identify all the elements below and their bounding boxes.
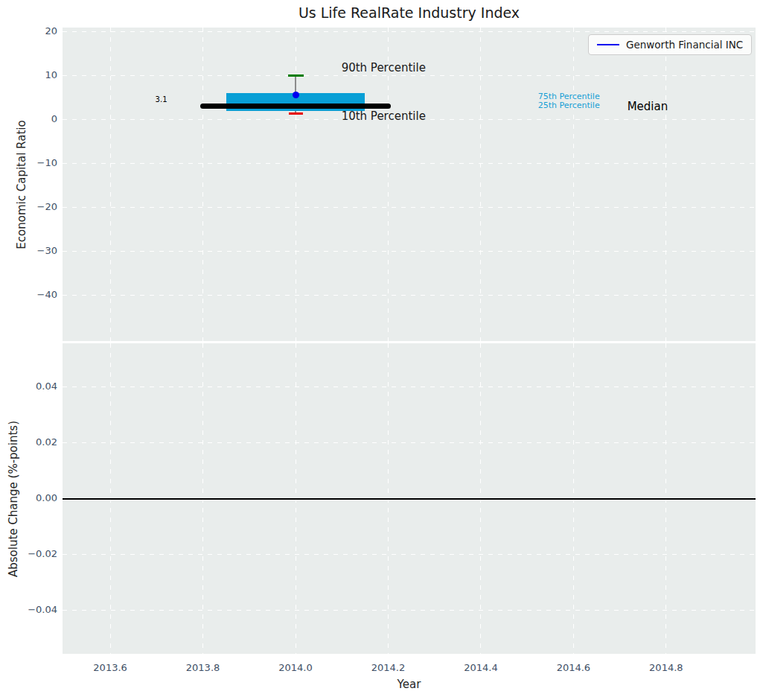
gridline-h bbox=[63, 251, 756, 252]
gridline-v bbox=[388, 28, 389, 341]
legend-line-icon bbox=[597, 44, 619, 45]
y-tick-label: −0.04 bbox=[0, 604, 57, 615]
gridline-v bbox=[202, 28, 203, 341]
x-tick-label: 2014.8 bbox=[636, 662, 696, 673]
bottom-panel bbox=[63, 343, 756, 654]
p90-cap bbox=[288, 74, 304, 77]
median-line bbox=[200, 104, 391, 109]
p10-cap bbox=[289, 112, 303, 115]
company-dot bbox=[293, 92, 299, 98]
gridline-h bbox=[63, 442, 756, 443]
gridline-h bbox=[63, 610, 756, 611]
annotation-90th-percentile: 90th Percentile bbox=[342, 61, 426, 74]
gridline-h bbox=[63, 75, 756, 76]
x-tick-label: 2013.8 bbox=[173, 662, 233, 673]
x-axis-label: Year bbox=[63, 678, 756, 691]
y-tick-label: −40 bbox=[0, 289, 57, 300]
x-tick-label: 2014.6 bbox=[543, 662, 603, 673]
gridline-v bbox=[480, 28, 481, 341]
y-tick-label: 20 bbox=[0, 25, 57, 36]
zero-line bbox=[63, 498, 756, 500]
gridline-h bbox=[63, 386, 756, 387]
x-tick-label: 2014.2 bbox=[358, 662, 418, 673]
y-tick-label: −10 bbox=[0, 157, 57, 168]
y-tick-label: 0 bbox=[0, 113, 57, 124]
chart-title: Us Life RealRate Industry Index bbox=[63, 4, 756, 21]
legend: Genworth Financial INC bbox=[588, 34, 752, 55]
x-tick-label: 2014.4 bbox=[451, 662, 511, 673]
gridline-v bbox=[665, 28, 666, 341]
y-tick-label: 0.02 bbox=[0, 436, 57, 448]
annotation-25th-percentile: 25th Percentile bbox=[538, 100, 600, 109]
top-y-axis-label: Economic Capital Ratio bbox=[15, 73, 30, 296]
gridline-v bbox=[110, 28, 111, 341]
annotation-median: Median bbox=[628, 100, 668, 113]
x-tick-label: 2014.0 bbox=[266, 662, 325, 673]
gridline-h bbox=[63, 31, 756, 32]
gridline-h bbox=[63, 163, 756, 164]
y-tick-label: 10 bbox=[0, 69, 57, 80]
y-tick-label: −30 bbox=[0, 245, 57, 256]
gridline-v bbox=[573, 28, 574, 341]
gridline-h bbox=[63, 207, 756, 208]
annotation-3-1: 3.1 bbox=[156, 95, 167, 103]
y-tick-label: −20 bbox=[0, 201, 57, 212]
gridline-h bbox=[63, 554, 756, 555]
legend-label: Genworth Financial INC bbox=[626, 39, 743, 51]
figure: Us Life RealRate Industry Index Economic… bbox=[0, 0, 763, 700]
gridline-h bbox=[63, 295, 756, 296]
x-tick-label: 2013.6 bbox=[80, 662, 140, 673]
annotation-10th-percentile: 10th Percentile bbox=[342, 109, 426, 123]
top-panel bbox=[63, 28, 756, 341]
y-tick-label: −0.02 bbox=[0, 548, 57, 559]
y-tick-label: 0.00 bbox=[0, 492, 57, 503]
y-tick-label: 0.04 bbox=[0, 381, 57, 392]
